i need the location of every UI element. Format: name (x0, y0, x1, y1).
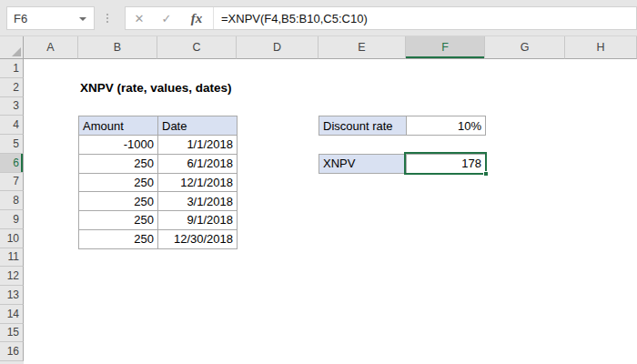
cancel-icon[interactable]: ✕ (126, 7, 153, 29)
column-header-g[interactable]: G (485, 36, 565, 59)
row-header-9[interactable]: 9 (0, 210, 24, 229)
table-cell-b5[interactable]: -1000 (79, 136, 158, 155)
row-header-3[interactable]: 3 (0, 97, 24, 116)
table-cell-b9[interactable]: 250 (79, 211, 158, 230)
worksheet-title-cell[interactable]: XNPV (rate, values, dates) (78, 78, 232, 97)
column-header-h[interactable]: H (565, 36, 637, 59)
column-header-c[interactable]: C (157, 36, 237, 59)
fill-handle[interactable] (483, 171, 489, 177)
row-header-16[interactable]: 16 (0, 342, 24, 361)
table-cell-c6[interactable]: 6/1/2018 (158, 155, 238, 174)
date-header-cell[interactable]: Date (158, 116, 238, 136)
row-header-6-selected[interactable]: 6 (0, 154, 24, 173)
formula-input-bar: ✕ ✓ fx =XNPV(F4,B5:B10,C5:C10) (125, 6, 637, 30)
table-cell-b6[interactable]: 250 (79, 155, 158, 174)
discount-rate-label-cell[interactable]: Discount rate (319, 116, 407, 136)
row-header-13[interactable]: 13 (0, 286, 24, 305)
select-all-corner[interactable] (0, 36, 24, 59)
column-header-d[interactable]: D (237, 36, 318, 59)
amount-header-cell[interactable]: Amount (79, 116, 158, 136)
row-header-7[interactable]: 7 (0, 173, 24, 192)
row-header-4[interactable]: 4 (0, 116, 24, 135)
row-header-column: 1 2 3 4 5 6 7 8 9 10 11 12 13 14 15 16 (0, 59, 24, 364)
xnpv-value-cell-f6[interactable]: 178 (407, 155, 486, 174)
discount-rate-value-cell[interactable]: 10% (407, 116, 486, 136)
row-header-2[interactable]: 2 (0, 78, 24, 97)
name-box-value: F6 (14, 12, 27, 25)
discount-rate-range: Discount rate 10% (318, 116, 486, 136)
row-header-15[interactable]: 15 (0, 324, 24, 343)
name-box[interactable]: F6 (6, 6, 95, 30)
table-cell-b7[interactable]: 250 (79, 174, 158, 193)
table-cell-b10[interactable]: 250 (79, 230, 158, 249)
table-cell-b8[interactable]: 250 (79, 192, 158, 211)
row-header-1[interactable]: 1 (0, 59, 24, 78)
cashflow-table: Amount Date -1000 1/1/2018 250 6/1/2018 … (78, 116, 238, 248)
insert-function-icon[interactable]: fx (180, 7, 213, 29)
table-cell-c7[interactable]: 12/1/2018 (158, 174, 238, 193)
row-header-11[interactable]: 11 (0, 248, 24, 268)
row-header-5[interactable]: 5 (0, 135, 24, 154)
column-header-f-selected[interactable]: F (406, 36, 485, 59)
row-header-8[interactable]: 8 (0, 191, 24, 210)
table-cell-c5[interactable]: 1/1/2018 (158, 136, 238, 155)
column-header-b[interactable]: B (78, 36, 157, 59)
column-header-a[interactable]: A (24, 36, 78, 59)
column-header-e[interactable]: E (318, 36, 406, 59)
formula-bar: F6 ✕ ✓ fx =XNPV(F4,B5:B10,C5:C10) (0, 0, 637, 36)
name-box-dropdown-icon[interactable] (79, 17, 86, 21)
xnpv-label-cell[interactable]: XNPV (319, 155, 407, 174)
enter-icon[interactable]: ✓ (153, 7, 180, 29)
formula-input[interactable]: =XNPV(F4,B5:B10,C5:C10) (213, 7, 636, 29)
cell-grid[interactable]: XNPV (rate, values, dates) Amount Date -… (24, 59, 637, 364)
table-cell-c10[interactable]: 12/30/2018 (158, 230, 238, 249)
row-header-10[interactable]: 10 (0, 229, 24, 248)
table-cell-c8[interactable]: 3/1/2018 (158, 192, 238, 211)
select-all-triangle-icon (12, 47, 21, 56)
formula-bar-separator-dots (103, 6, 112, 30)
row-header-12[interactable]: 12 (0, 267, 24, 286)
table-cell-c9[interactable]: 9/1/2018 (158, 211, 238, 230)
row-header-14[interactable]: 14 (0, 305, 24, 324)
xnpv-range: XNPV 178 (318, 154, 486, 174)
column-header-row: A B C D E F G H (0, 36, 637, 59)
worksheet: A B C D E F G H 1 2 3 4 5 6 7 8 9 10 11 … (0, 36, 637, 364)
